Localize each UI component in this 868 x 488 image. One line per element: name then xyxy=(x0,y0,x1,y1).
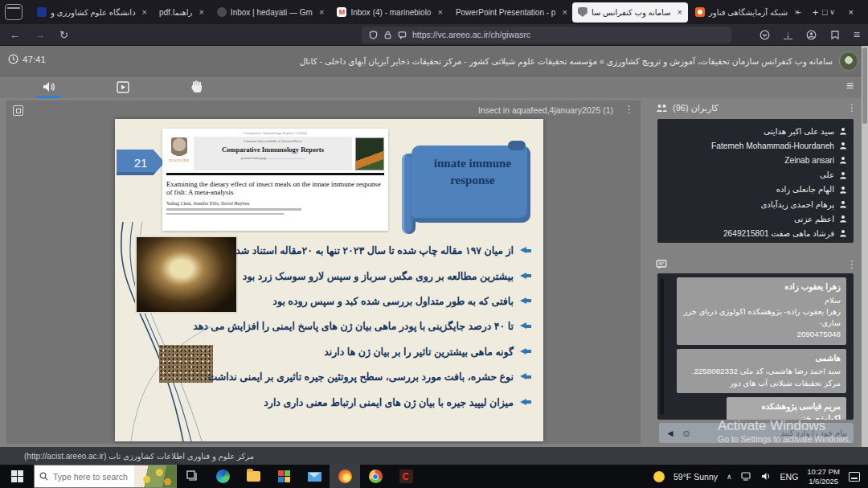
pocket-icon[interactable] xyxy=(760,30,770,40)
webcam-button[interactable] xyxy=(113,79,133,95)
tab-conference-active[interactable]: سامانه وب کنفرانس سا × xyxy=(572,2,688,23)
close-tab-icon[interactable]: × xyxy=(678,7,682,17)
close-tab-icon[interactable]: × xyxy=(437,7,442,17)
users-count: کاربران (96) xyxy=(673,103,719,113)
chat-options-icon[interactable]: ⋮ xyxy=(847,259,857,270)
window-maximize-button[interactable]: □ xyxy=(822,7,828,17)
send-message-icon[interactable]: ◄ xyxy=(665,428,675,439)
acrobat-icon xyxy=(399,470,413,483)
presentation-panel: Insect in aquafeed,4january2025 (1) ⋮ 21… xyxy=(6,100,641,444)
scrollbar-thumb[interactable] xyxy=(862,47,867,124)
emoji-icon[interactable]: ☺ xyxy=(682,428,691,439)
downloads-icon[interactable]: ↓ xyxy=(784,31,792,39)
taskbar-mail[interactable] xyxy=(299,465,330,488)
search-highlight-image[interactable] xyxy=(134,465,176,488)
close-tab-icon[interactable]: × xyxy=(562,7,567,17)
taskbar-edge[interactable] xyxy=(207,465,238,488)
chat-input[interactable] xyxy=(698,429,847,437)
chrome-icon xyxy=(369,470,383,483)
user-row[interactable]: علی xyxy=(664,168,847,182)
elsevier-logo: ELSEVIER xyxy=(166,137,192,170)
lock-icon[interactable] xyxy=(383,31,392,39)
users-options-icon[interactable]: ⋮ xyxy=(847,102,857,113)
task-view-button[interactable] xyxy=(177,465,207,488)
globe-icon xyxy=(217,7,227,17)
weather-sun-icon[interactable] xyxy=(653,471,665,482)
back-button[interactable]: ← xyxy=(10,29,20,41)
footer-bar: مرکز علوم و فناوری اطلاعات کشاورزی تات (… xyxy=(0,447,868,465)
language-indicator[interactable]: ENG xyxy=(780,472,799,482)
person-icon xyxy=(839,156,847,164)
sciencedirect-line: Contents lists available at ScienceDirec… xyxy=(194,139,352,143)
reload-button[interactable]: ↻ xyxy=(59,29,68,41)
volume-icon[interactable] xyxy=(761,472,772,481)
paper-affiliation-line xyxy=(166,208,301,211)
user-row[interactable]: الهام جانعلی زاده xyxy=(664,182,847,197)
network-icon[interactable] xyxy=(741,472,752,481)
shield-icon xyxy=(578,7,588,17)
university-logo-icon xyxy=(37,7,47,17)
tab-gmail[interactable]: M Inbox (4) - marinebiolo × xyxy=(331,2,448,23)
taskbar-clock[interactable]: 10:27 PM 1/6/2025 xyxy=(807,467,840,486)
taskbar-firefox-active[interactable] xyxy=(330,465,360,488)
close-tab-icon[interactable]: × xyxy=(319,7,324,17)
taskbar-chrome[interactable] xyxy=(360,465,391,488)
window-close-button[interactable]: × xyxy=(849,7,854,17)
close-tab-icon[interactable]: × xyxy=(199,7,203,17)
user-row[interactable]: Fatemeh Mohammadi-Hourdaneh xyxy=(664,138,847,153)
banner-scroll-shape: innate immune response xyxy=(402,141,530,234)
journal-article-image: Comparative Immunology Reports 7 (2024) … xyxy=(162,129,388,231)
slide-number-badge: 21 xyxy=(117,150,165,175)
app-grid-icon xyxy=(278,470,290,482)
tab-list-icon[interactable] xyxy=(5,4,23,20)
tracking-shield-icon[interactable] xyxy=(369,31,378,39)
journal-name: Comparative Immunology Reports xyxy=(194,146,352,154)
person-icon xyxy=(839,141,847,150)
speaker-icon xyxy=(43,81,56,92)
sidebar: کاربران (96) ⋮ سید علی اکبر هدایتی Fatem… xyxy=(643,98,862,447)
journal-cover-thumbnail xyxy=(355,137,384,170)
url-text: https://vc.areeo.ac.ir/ch/giwasrc xyxy=(412,30,530,39)
chat-scrollbar[interactable] xyxy=(660,278,664,415)
taskbar-store[interactable] xyxy=(268,465,299,488)
tab-inbox-hedayati[interactable]: Inbox | hedayati — Gm × xyxy=(211,2,330,23)
presentation-options-icon[interactable]: ⋮ xyxy=(624,104,634,115)
taskbar-search[interactable] xyxy=(34,465,177,488)
weather-text[interactable]: 59°F Sunny xyxy=(674,472,718,482)
address-bar[interactable]: https://vc.areeo.ac.ir/ch/giwasrc xyxy=(362,27,731,43)
tray-expand-icon[interactable]: ∧ xyxy=(727,473,732,481)
permissions-icon[interactable] xyxy=(398,31,407,39)
close-tab-icon[interactable]: × xyxy=(142,7,147,17)
tab-university[interactable]: دانشگاه علوم کشاورزی و × xyxy=(31,2,152,23)
extension-icon[interactable] xyxy=(830,30,840,40)
bullet-item: بیشترین مطالعه بر روی مگس سرباز و سپس لا… xyxy=(147,263,531,288)
chat-message: زهرا یعقوب زاده سلام زهرا یعقوب زاده- پژ… xyxy=(677,277,846,345)
menu-hamburger-icon[interactable]: ≡ xyxy=(854,28,860,41)
bullet-item: میزان لیپید جیره با بیان ژن های ایمنی ار… xyxy=(147,389,531,414)
footer-text: مرکز علوم و فناوری اطلاعات کشاورزی تات (… xyxy=(24,452,254,461)
taskbar-explorer[interactable] xyxy=(238,465,268,488)
layout-menu-icon[interactable]: ≡ xyxy=(846,79,854,93)
start-button[interactable] xyxy=(0,465,34,488)
user-row[interactable]: فرشاد ماهی صفت 2649215801 xyxy=(664,226,847,240)
raise-hand-button[interactable] xyxy=(186,79,207,95)
forward-button[interactable]: → xyxy=(35,29,45,41)
account-icon[interactable] xyxy=(806,30,817,40)
user-row[interactable]: سید علی اکبر هدایتی xyxy=(664,124,847,138)
journal-homepage-line: journal homepage: —————————— xyxy=(194,156,352,160)
audio-button[interactable] xyxy=(39,79,59,95)
bullet-arrow-icon xyxy=(520,297,531,305)
person-icon xyxy=(839,127,847,135)
page-scrollbar[interactable] xyxy=(862,46,868,465)
collapse-presentation-icon[interactable] xyxy=(13,105,23,116)
window-minimize-button[interactable]: − xyxy=(796,7,800,17)
play-square-icon xyxy=(117,81,129,93)
user-row[interactable]: اعظم عزتی xyxy=(664,211,847,226)
taskbar: 59°F Sunny ∧ ENG 10:27 PM 1/6/2025 xyxy=(0,465,868,488)
tab-powerpoint[interactable]: PowerPoint Presentation - p × xyxy=(450,2,571,23)
action-center-icon[interactable] xyxy=(849,472,860,482)
user-row[interactable]: Zeinab ansari xyxy=(664,153,847,167)
tab-pdf[interactable]: راهنما.pdf × xyxy=(154,2,210,23)
taskbar-acrobat[interactable] xyxy=(391,465,421,488)
user-row[interactable]: پرهام احمدی زیدآبادی xyxy=(664,197,847,211)
